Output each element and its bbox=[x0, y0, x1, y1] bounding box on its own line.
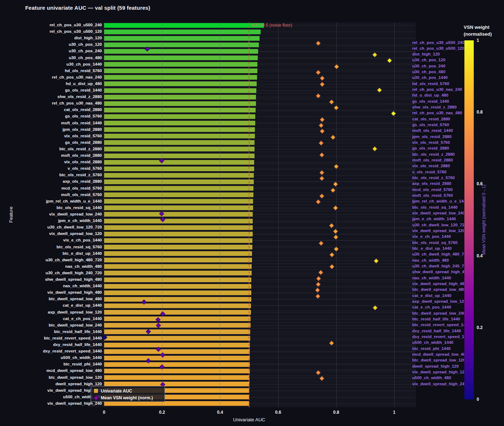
colorbar-title: VSN weight (normalised) bbox=[464, 24, 492, 37]
y-tick-label: axp_ols_resid_2880 bbox=[63, 179, 102, 183]
y-tick-label: nas_ch_width_480 bbox=[65, 264, 102, 269]
auc-bar[interactable] bbox=[104, 199, 253, 204]
auc-bar[interactable] bbox=[104, 88, 256, 93]
auc-bar[interactable] bbox=[104, 114, 255, 119]
auc-bar[interactable] bbox=[104, 154, 255, 158]
auc-bar[interactable] bbox=[104, 167, 254, 171]
secondary-y-label: u30_ch_pos_120 bbox=[412, 58, 445, 62]
auc-bar[interactable] bbox=[104, 297, 251, 302]
secondary-y-label: dist_high_120 bbox=[412, 52, 440, 56]
y-tick-label: vix_ols_resid_2880 bbox=[64, 160, 102, 164]
x-tick-label: 0.8 bbox=[333, 410, 339, 415]
auc-bar[interactable] bbox=[104, 108, 256, 112]
secondary-row-gridline bbox=[88, 334, 416, 334]
auc-bar[interactable] bbox=[104, 375, 249, 380]
y-tick-label: btc_dwell_spread_low_480 bbox=[49, 297, 102, 301]
auc-bar[interactable] bbox=[104, 323, 251, 328]
auc-bar[interactable] bbox=[104, 49, 258, 54]
y-tick-label: btc_resid_half_life_1440 bbox=[54, 329, 102, 334]
y-tick-label: btc_dwell_spread_low_120 bbox=[49, 375, 102, 380]
auc-bar[interactable] bbox=[104, 369, 250, 373]
auc-bar[interactable] bbox=[104, 75, 257, 80]
auc-bar[interactable] bbox=[104, 56, 258, 60]
secondary-y-label: u30_ch_dwell_low_120_720 bbox=[412, 223, 464, 227]
secondary-y-label: u30_ch_pos_240 bbox=[412, 64, 445, 68]
auc-bar[interactable] bbox=[104, 173, 254, 178]
secondary-y-label: jpm_ols_resid_2880 bbox=[412, 134, 451, 139]
auc-bar[interactable] bbox=[104, 401, 249, 406]
auc-bar[interactable] bbox=[104, 81, 257, 86]
y-tick-label: dwell_spread_high_120 bbox=[55, 382, 102, 386]
auc-bar[interactable] bbox=[104, 192, 253, 197]
auc-bar[interactable] bbox=[104, 205, 253, 210]
secondary-y-label: btc_ols_resid_sq_1440 bbox=[412, 205, 458, 209]
y-tick-label: jpm_e_ch_width_1440 bbox=[58, 218, 102, 223]
legend-item-auc[interactable]: Univariate AUC bbox=[94, 387, 165, 394]
auc-bar[interactable] bbox=[104, 303, 251, 308]
y-tick-label: btc_ols_resid_z_2880 bbox=[59, 147, 102, 151]
x-gridline bbox=[104, 22, 104, 407]
auc-bar[interactable] bbox=[104, 160, 254, 165]
auc-bar[interactable] bbox=[104, 362, 250, 367]
y-tick-label: vix_dwell_spread_low_120 bbox=[49, 231, 102, 236]
secondary-y-label: vix_ols_resid_5760 bbox=[412, 140, 450, 145]
secondary-y-label: nas_ch_width_1440 bbox=[412, 276, 451, 280]
y-tick-label: gs_ols_resid_5760 bbox=[65, 114, 102, 118]
auc-bar[interactable] bbox=[104, 225, 253, 230]
legend-label-vsn: Mean VSN weight (norm.) bbox=[101, 395, 153, 400]
auc-bar[interactable] bbox=[104, 329, 250, 334]
auc-bar[interactable] bbox=[104, 186, 253, 191]
auc-bar[interactable] bbox=[104, 101, 256, 106]
auc-bar[interactable] bbox=[104, 147, 255, 151]
secondary-row-gridline bbox=[88, 87, 416, 87]
legend-item-vsn[interactable]: Mean VSN weight (norm.) bbox=[94, 394, 165, 401]
auc-bar[interactable] bbox=[104, 349, 250, 354]
auc-bar[interactable] bbox=[104, 134, 255, 138]
auc-bar[interactable] bbox=[104, 30, 261, 34]
auc-bar[interactable] bbox=[104, 43, 259, 47]
y-tick-label: btc_e_dist_up_1440 bbox=[63, 251, 102, 256]
colorbar-title-line1: VSN weight bbox=[464, 24, 492, 31]
y-tick-label: hd_u_dist_up_480 bbox=[66, 81, 102, 86]
auc-bar[interactable] bbox=[104, 219, 253, 223]
auc-bar[interactable] bbox=[104, 356, 250, 360]
y-tick-label: u30_ch_dwell_low_120_720 bbox=[47, 225, 102, 229]
auc-bar[interactable] bbox=[104, 23, 264, 28]
auc-bar[interactable] bbox=[104, 238, 252, 243]
auc-bar[interactable] bbox=[104, 212, 253, 217]
secondary-row-gridline bbox=[88, 270, 416, 270]
auc-bar[interactable] bbox=[104, 179, 254, 184]
auc-bar[interactable] bbox=[104, 336, 250, 341]
auc-bar[interactable] bbox=[104, 68, 257, 73]
bar-swatch-icon bbox=[94, 389, 98, 393]
auc-bar[interactable] bbox=[104, 258, 252, 262]
auc-bar[interactable] bbox=[104, 232, 253, 236]
auc-bar[interactable] bbox=[104, 310, 251, 315]
auc-bar[interactable] bbox=[104, 284, 251, 289]
x-gridline bbox=[220, 22, 220, 407]
y-tick-label: vix_ols_resid_5760 bbox=[64, 134, 102, 138]
auc-bar[interactable] bbox=[104, 251, 252, 256]
y-tick-label: hd_ols_resid_5760 bbox=[65, 68, 102, 73]
secondary-row-gridline bbox=[88, 205, 416, 205]
auc-bar[interactable] bbox=[104, 278, 251, 282]
secondary-y-label: msft_ols_resid_1440 bbox=[412, 128, 453, 133]
auc-bar[interactable] bbox=[104, 343, 250, 347]
auc-bar[interactable] bbox=[104, 95, 256, 99]
auc-bar[interactable] bbox=[104, 316, 251, 321]
x-gridline bbox=[278, 22, 279, 407]
secondary-y-label: nas_ch_width_480 bbox=[412, 258, 449, 262]
auc-bar[interactable] bbox=[104, 140, 255, 145]
auc-bar[interactable] bbox=[104, 245, 252, 249]
secondary-y-label: u30_ch_pos_1440 bbox=[412, 75, 447, 80]
auc-bar[interactable] bbox=[104, 127, 255, 132]
auc-bar[interactable] bbox=[104, 264, 252, 269]
auc-bar[interactable] bbox=[104, 121, 255, 125]
auc-bar[interactable] bbox=[104, 290, 251, 295]
secondary-y-label: btc_dwell_spread_low_480 bbox=[412, 287, 464, 292]
auc-bar[interactable] bbox=[104, 271, 252, 275]
auc-bar[interactable] bbox=[104, 62, 257, 67]
auc-bar[interactable] bbox=[104, 36, 260, 41]
y-tick-label: msft_ols_resid_5760 bbox=[61, 192, 102, 197]
secondary-y-label: btc_resid_half_life_1440 bbox=[412, 317, 460, 321]
